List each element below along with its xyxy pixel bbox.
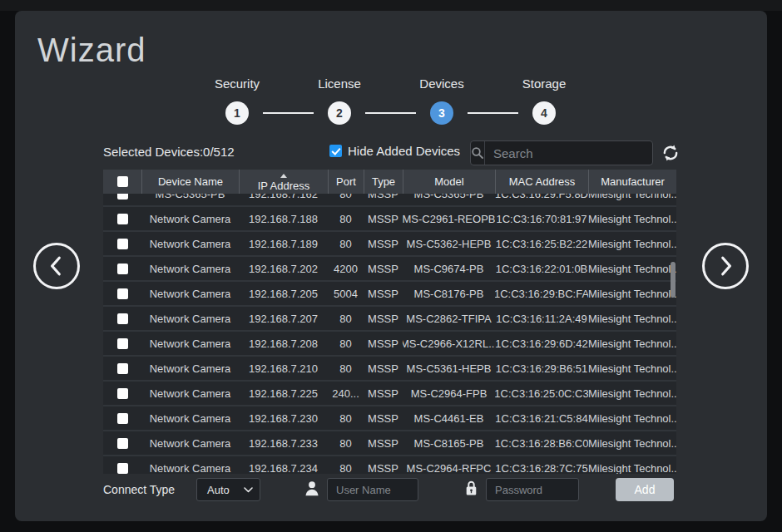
cell-mac-address: 1C:C3:16:28:7C:75	[495, 456, 588, 474]
device-table-row[interactable]: MS-C5365-PB 192.168.7.162 80 MSSP MS-C53…	[103, 194, 676, 207]
device-table-row[interactable]: Network Camera 192.168.7.205 5004 MSSP M…	[103, 282, 676, 307]
step-circle[interactable]: 3	[430, 101, 453, 125]
stepper-step[interactable]: License 2	[314, 76, 365, 125]
cell-device-name: Network Camera	[141, 307, 239, 330]
column-header-port[interactable]: Port	[328, 170, 364, 194]
row-checkbox[interactable]	[117, 194, 128, 200]
cell-device-name: Network Camera	[141, 357, 239, 380]
cell-manufacturer: Milesight Technol...	[588, 194, 676, 205]
table-body[interactable]: MS-C5365-PB 192.168.7.162 80 MSSP MS-C53…	[103, 194, 676, 474]
password-input[interactable]	[486, 478, 579, 501]
device-table-row[interactable]: Network Camera 192.168.7.225 240... MSSP…	[103, 382, 676, 406]
cell-manufacturer: Milesight Technol...	[588, 207, 676, 230]
cell-mac-address: 1C:C3:16:70:81:97	[495, 207, 588, 230]
row-checkbox[interactable]	[117, 438, 128, 449]
cell-type: MSSP	[364, 232, 403, 255]
chevron-right-icon	[717, 255, 734, 277]
cell-type: MSSP	[364, 194, 403, 205]
device-table-row[interactable]: Network Camera 192.168.7.233 80 MSSP MS-…	[103, 431, 676, 456]
step-circle[interactable]: 2	[328, 101, 351, 125]
column-header-device-name[interactable]: Device Name	[141, 170, 239, 194]
column-header-model[interactable]: Model	[403, 170, 495, 194]
step-connector-line	[468, 112, 518, 114]
row-checkbox[interactable]	[117, 313, 128, 324]
device-table-row[interactable]: Network Camera 192.168.7.202 4200 MSSP M…	[103, 257, 676, 282]
next-page-button[interactable]	[702, 243, 749, 289]
username-input[interactable]	[327, 478, 418, 501]
column-header-type[interactable]: Type	[364, 170, 403, 194]
hide-added-checkbox[interactable]	[329, 145, 342, 157]
cell-ip-address: 192.168.7.208	[239, 332, 328, 355]
column-header-mac-address[interactable]: MAC Address	[495, 170, 588, 194]
step-circle[interactable]: 1	[225, 101, 249, 125]
search-box[interactable]	[470, 140, 653, 165]
row-checkbox[interactable]	[117, 363, 128, 374]
cell-type: MSSP	[364, 406, 403, 430]
cell-manufacturer: Milesight Technol...	[588, 282, 676, 305]
device-table-row[interactable]: Network Camera 192.168.7.234 80 MSSP MS-…	[103, 456, 676, 474]
device-table-row[interactable]: Network Camera 192.168.7.189 80 MSSP MS-…	[103, 232, 676, 257]
cell-manufacturer: Milesight Technol...	[588, 431, 676, 455]
table-body-inner: MS-C5365-PB 192.168.7.162 80 MSSP MS-C53…	[103, 194, 676, 474]
cell-device-name: Network Camera	[141, 406, 239, 430]
cell-ip-address: 192.168.7.210	[239, 357, 328, 380]
cell-manufacturer: Milesight Technol...	[588, 456, 676, 474]
row-checkbox[interactable]	[117, 239, 128, 249]
cell-manufacturer: Milesight Technol...	[588, 257, 676, 280]
row-checkbox-cell	[103, 456, 141, 474]
connect-type-value: Auto	[207, 484, 230, 496]
row-checkbox[interactable]	[117, 214, 128, 224]
previous-page-button[interactable]	[33, 243, 80, 289]
device-table-row[interactable]: Network Camera 192.168.7.188 80 MSSP MS-…	[103, 207, 676, 232]
column-label: Type	[372, 175, 395, 188]
selected-devices-count: Selected Devices:0/512	[103, 145, 235, 159]
cell-ip-address: 192.168.7.188	[239, 207, 328, 230]
cell-manufacturer: Milesight Technol...	[588, 406, 676, 430]
cell-ip-address: 192.168.7.230	[239, 406, 328, 430]
stepper-step[interactable]: Storage 4	[518, 76, 570, 125]
cell-type: MSSP	[364, 307, 403, 330]
device-table-row[interactable]: Network Camera 192.168.7.207 80 MSSP MS-…	[103, 307, 676, 332]
cell-port: 80	[328, 357, 364, 380]
cell-port: 80	[328, 456, 364, 474]
table-scrollbar-thumb[interactable]	[671, 262, 676, 298]
device-table-row[interactable]: Network Camera 192.168.7.210 80 MSSP MS-…	[103, 357, 676, 382]
device-table-row[interactable]: Network Camera 192.168.7.208 80 MSSP MS-…	[103, 332, 676, 357]
cell-port: 80	[328, 332, 364, 355]
row-checkbox-cell	[103, 406, 141, 430]
cell-device-name: MS-C5365-PB	[141, 194, 239, 205]
cell-model: MS-C8165-PB	[403, 431, 495, 455]
step-circle[interactable]: 4	[532, 101, 556, 125]
add-button[interactable]: Add	[616, 478, 674, 501]
cell-model: MS-C9674-PB	[403, 257, 495, 280]
cell-mac-address: 1C:C3:16:28:B6:C0	[495, 431, 588, 455]
connect-type-label: Connect Type	[103, 483, 175, 496]
select-all-checkbox[interactable]	[117, 176, 128, 187]
cell-port: 80	[328, 194, 364, 205]
stepper-step[interactable]: Devices 3	[416, 76, 468, 125]
row-checkbox[interactable]	[117, 264, 128, 274]
cell-device-name: Network Camera	[141, 431, 239, 455]
search-input[interactable]	[485, 146, 667, 160]
column-header-ip-address[interactable]: IP Address	[239, 170, 328, 194]
cell-type: MSSP	[364, 207, 403, 230]
cell-mac-address: 1C:C3:16:11:2A:49	[495, 307, 588, 330]
row-checkbox[interactable]	[117, 413, 128, 424]
cell-ip-address: 192.168.7.225	[239, 382, 328, 405]
cell-mac-address: 1C:C3:16:21:C5:84	[495, 406, 588, 430]
device-table-row[interactable]: Network Camera 192.168.7.230 80 MSSP MS-…	[103, 406, 676, 431]
connect-type-select[interactable]: Auto	[196, 478, 260, 501]
refresh-icon[interactable]	[661, 144, 680, 162]
row-checkbox[interactable]	[117, 288, 128, 299]
row-checkbox[interactable]	[117, 338, 128, 349]
column-header-manufacturer[interactable]: Manufacturer	[588, 170, 676, 194]
row-checkbox[interactable]	[117, 388, 128, 399]
hide-added-devices-toggle[interactable]: Hide Added Devices	[329, 144, 460, 158]
cell-port: 5004	[328, 282, 364, 305]
cell-device-name: Network Camera	[141, 207, 239, 230]
hide-added-label: Hide Added Devices	[348, 144, 460, 158]
wizard-screen: Wizard Security 1 License 2 Devices 3 St…	[0, 0, 782, 532]
row-checkbox[interactable]	[117, 463, 128, 474]
device-table: Device Name IP Address Port Type Model M…	[103, 170, 676, 474]
stepper-step[interactable]: Security 1	[211, 76, 263, 125]
